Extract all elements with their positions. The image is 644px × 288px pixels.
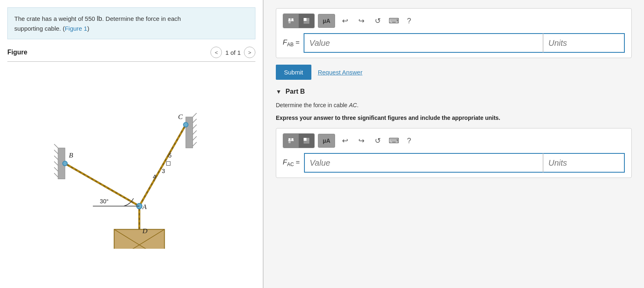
part-a-label: FAB = xyxy=(283,38,300,47)
part-b-title: Part B xyxy=(286,88,305,95)
part-a-units-input[interactable] xyxy=(543,33,625,53)
help-button[interactable]: ? xyxy=(404,16,414,26)
svg-rect-42 xyxy=(306,18,309,21)
svg-line-8 xyxy=(192,113,196,117)
svg-rect-44 xyxy=(288,138,291,140)
part-a-value-input[interactable] xyxy=(304,33,543,53)
refresh-button[interactable]: ↺ xyxy=(371,14,384,27)
svg-line-17 xyxy=(139,124,186,206)
part-b-header: ▼ Part B xyxy=(276,88,632,95)
figure-nav: < 1 of 1 > xyxy=(210,47,255,58)
figure-divider xyxy=(7,61,255,62)
part-b-units-input[interactable] xyxy=(543,153,625,173)
undo-button[interactable]: ↩ xyxy=(338,14,351,27)
keyboard-button[interactable]: ⌨ xyxy=(387,14,400,27)
prev-figure-button[interactable]: < xyxy=(210,47,222,58)
part-b-format-btn-group xyxy=(283,133,315,148)
svg-rect-20 xyxy=(114,229,164,248)
svg-text:C: C xyxy=(178,112,183,120)
svg-line-4 xyxy=(54,161,58,165)
problem-statement: The crate has a weight of 550 lb. Determ… xyxy=(7,7,255,39)
problem-text-2: . Determine the force in each xyxy=(102,15,181,22)
svg-line-12 xyxy=(192,136,196,140)
part-b-instruction: Express your answer to three significant… xyxy=(276,114,632,122)
mu-button[interactable]: μA xyxy=(318,14,335,28)
format-fraction-button[interactable] xyxy=(283,14,299,28)
svg-line-5 xyxy=(54,167,58,171)
svg-rect-36 xyxy=(166,161,170,165)
svg-point-26 xyxy=(183,122,188,127)
problem-text-4: ) xyxy=(87,25,89,32)
part-a-toolbar: μA ↩ ↪ ↺ ⌨ ? xyxy=(283,14,625,28)
svg-rect-39 xyxy=(288,21,291,23)
part-b-value-input[interactable] xyxy=(304,153,543,173)
part-b-answer-row: FAC = xyxy=(283,153,625,173)
part-b-toolbar: μA ↩ ↪ ↺ ⌨ ? xyxy=(283,133,625,148)
svg-text:5: 5 xyxy=(168,152,172,159)
part-b-refresh-button[interactable]: ↺ xyxy=(371,134,384,147)
svg-line-6 xyxy=(54,173,58,177)
svg-rect-48 xyxy=(304,138,306,141)
part-b-mu-button[interactable]: μA xyxy=(318,134,335,148)
svg-text:4: 4 xyxy=(153,173,156,180)
part-b-help-button[interactable]: ? xyxy=(404,135,414,146)
svg-rect-45 xyxy=(291,138,293,140)
part-b-redo-button[interactable]: ↪ xyxy=(355,134,368,147)
figure-link[interactable]: Figure 1 xyxy=(65,25,87,32)
svg-rect-50 xyxy=(304,141,309,144)
part-b-undo-button[interactable]: ↩ xyxy=(338,134,351,147)
request-answer-button[interactable]: Request Answer xyxy=(318,69,362,76)
svg-line-2 xyxy=(54,150,58,153)
svg-text:30°: 30° xyxy=(100,198,108,205)
svg-line-13 xyxy=(192,142,196,146)
weight-unit: lb xyxy=(97,15,102,22)
part-a-answer-row: FAB = xyxy=(283,33,625,53)
part-b-section: ▼ Part B Determine the force in cable AC… xyxy=(276,88,632,178)
problem-text-3: supporting cable. ( xyxy=(14,25,65,32)
part-b-keyboard-button[interactable]: ⌨ xyxy=(387,134,400,147)
svg-line-11 xyxy=(192,130,196,134)
svg-text:3: 3 xyxy=(161,168,165,174)
figure-diagram: B C A D 30° 5 3 4 xyxy=(50,101,213,249)
part-b-format-text-button[interactable] xyxy=(299,134,314,148)
next-figure-button[interactable]: > xyxy=(244,47,255,58)
part-b-label: FAC = xyxy=(283,158,300,167)
redo-button[interactable]: ↪ xyxy=(355,14,368,27)
left-panel: The crate has a weight of 550 lb. Determ… xyxy=(0,0,264,288)
problem-text-1: The crate has a weight of 550 xyxy=(14,15,97,22)
svg-rect-46 xyxy=(288,141,291,143)
figure-image-area: B C A D 30° 5 3 4 xyxy=(0,66,263,288)
right-panel: μA ↩ ↪ ↺ ⌨ ? FAB = xyxy=(264,0,644,288)
svg-line-1 xyxy=(54,144,58,148)
format-btn-group xyxy=(283,14,315,28)
svg-point-25 xyxy=(63,161,67,165)
svg-text:A: A xyxy=(142,203,147,211)
figure-page-indicator: 1 of 1 xyxy=(225,49,241,56)
part-b-answer-box: μA ↩ ↪ ↺ ⌨ ? xyxy=(276,128,632,178)
part-b-description: Determine the force in cable AC. xyxy=(276,101,632,110)
collapse-arrow-icon[interactable]: ▼ xyxy=(276,88,282,95)
action-row: Submit Request Answer xyxy=(276,65,632,80)
svg-rect-38 xyxy=(291,18,293,20)
format-text-button[interactable] xyxy=(299,14,314,28)
part-a-answer-box: μA ↩ ↪ ↺ ⌨ ? FAB = xyxy=(276,8,632,58)
figure-header: Figure < 1 of 1 > xyxy=(0,39,263,61)
svg-line-3 xyxy=(54,155,58,159)
svg-rect-37 xyxy=(288,18,291,20)
svg-rect-41 xyxy=(304,18,306,21)
figure-title: Figure xyxy=(7,49,27,56)
submit-button[interactable]: Submit xyxy=(276,65,311,80)
part-b-format-fraction-button[interactable] xyxy=(283,134,299,148)
svg-rect-49 xyxy=(306,138,309,141)
svg-rect-7 xyxy=(186,117,192,148)
svg-text:D: D xyxy=(142,227,148,235)
svg-rect-43 xyxy=(304,21,309,24)
svg-line-10 xyxy=(192,124,196,128)
svg-text:B: B xyxy=(69,151,73,159)
svg-line-9 xyxy=(192,119,196,122)
